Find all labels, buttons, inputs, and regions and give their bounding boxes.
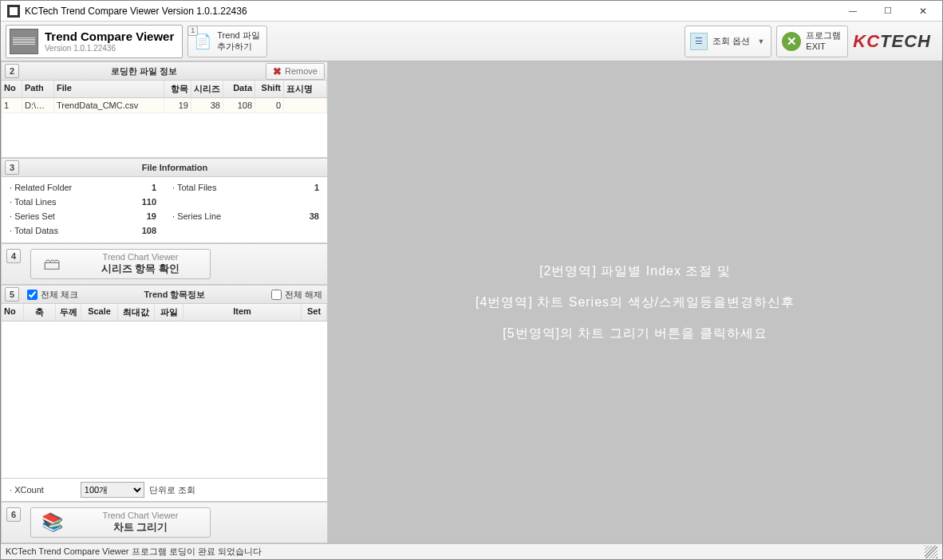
panel2-num: 2 [5,64,19,78]
col5-set[interactable]: Set [302,304,327,321]
draw-chart-label: 차트 그리기 [77,520,203,534]
col-path[interactable]: Path [22,81,54,97]
file-info-panel: Related Folder1 Total Files1 Total Lines… [1,177,328,243]
draw-chart-button[interactable]: 📚 Trend Chart Viewer 차트 그리기 [30,507,211,538]
viewer-label: Trend Chart Viewer [77,252,203,262]
col-data[interactable]: Data [223,81,255,97]
col5-scale[interactable]: Scale [81,304,118,321]
panel3-header: 3 File Information [1,158,328,177]
col5-file[interactable]: 파일 [155,304,183,321]
panel5-title: Trend 항목정보 [83,289,266,301]
related-folder-value: 1 [116,183,156,192]
col5-no[interactable]: No [2,304,24,321]
exit-icon: ✕ [782,32,801,51]
options-label: 조회 옵션 [712,36,750,46]
total-lines-value: 110 [116,197,156,207]
hint-line-3: [5번영역]의 차트 그리기 버튼을 클릭하세요 [503,325,767,342]
col-file[interactable]: File [54,81,164,97]
printer-icon: 🗃 [37,253,66,275]
remove-x-icon: ✖ [273,65,282,77]
col5-item[interactable]: Item [183,304,302,321]
add-trend-file-button[interactable]: 1 📄 Trend 파일 추가하기 [187,26,266,57]
series-check-button[interactable]: 🗃 Trend Chart Viewer 시리즈 항목 확인 [30,249,211,279]
maximize-button[interactable] [870,1,906,21]
hint-line-2: [4번영역] 차트 Series의 색상/스케일등을변경하신후 [475,294,795,311]
trend-items-table: No 축 두께 Scale 최대값 파일 Item Set [1,304,328,479]
xcount-suffix: 단위로 조회 [149,484,195,496]
statusbar: KCTech Trend Compare Viewer 프로그램 로딩이 완료 … [1,543,942,559]
files-table-header: No Path File 항목 시리즈 Data Shift 표시명 [2,81,327,98]
series-set-label: Series Set [10,211,116,221]
total-files-value: 1 [279,183,319,192]
total-datas-value: 108 [116,226,156,235]
total-files-label: Total Files [172,183,279,192]
panel6-box: 6 📚 Trend Chart Viewer 차트 그리기 [1,502,328,543]
chevron-down-icon: ▼ [757,37,764,45]
brand-logo: KCTECH [853,31,937,52]
uncheck-all-checkbox[interactable]: 전체 해제 [266,289,327,301]
sidebar: 2 로딩한 파일 정보 ✖ Remove No Path File 항목 시리즈… [1,61,328,543]
content-area: 2 로딩한 파일 정보 ✖ Remove No Path File 항목 시리즈… [1,61,942,543]
main-chart-area: [2번영역] 파일별 Index 조절 및 [4번영역] 차트 Series의 … [328,61,942,543]
series-line-value: 38 [279,211,319,221]
check-all-input[interactable] [27,290,37,300]
resize-grip-icon[interactable] [925,546,937,558]
options-icon: ☰ [690,33,708,50]
exit-button[interactable]: ✕ 프로그램 EXIT [776,26,848,57]
exit-label: 프로그램 EXIT [806,30,841,51]
main-toolbar: Trend Compare Viewer Version 1.0.1.22436… [1,22,942,61]
view-options-button[interactable]: ☰ 조회 옵션 ▼ [685,26,771,57]
col-no[interactable]: No [2,81,22,97]
panel4-num: 4 [6,249,21,263]
button-index-badge: 1 [187,26,198,36]
xcount-label: XCount [10,485,44,495]
minimize-button[interactable] [835,1,870,21]
col-display[interactable]: 표시명 [284,81,327,97]
total-lines-label: Total Lines [10,197,116,207]
panel2-title: 로딩한 파일 정보 [22,65,266,77]
uncheck-all-input[interactable] [271,290,282,300]
close-button[interactable] [906,1,941,21]
col-series[interactable]: 시리즈 [191,81,223,97]
xcount-row: XCount 100개 단위로 조회 [1,479,328,502]
add-file-label: Trend 파일 추가하기 [217,30,259,51]
related-folder-label: Related Folder [10,183,116,192]
app-title: Trend Compare Viewer [45,30,174,43]
series-line-label: Series Line [172,211,279,221]
loaded-files-table: No Path File 항목 시리즈 Data Shift 표시명 1 D:\… [1,81,328,158]
col-item[interactable]: 항목 [164,81,191,97]
xcount-select[interactable]: 100개 [81,482,144,498]
col5-axis[interactable]: 축 [24,304,56,321]
panel2-header: 2 로딩한 파일 정보 ✖ Remove [1,61,328,81]
window-title: KCTech Trend Compare Viewer Version 1.0.… [25,6,835,17]
col-shift[interactable]: Shift [255,81,284,97]
viewer6-label: Trend Chart Viewer [77,511,203,520]
status-text: KCTech Trend Compare Viewer 프로그램 로딩이 완료 … [6,546,925,558]
total-datas-label: Total Datas [10,226,116,235]
col5-thickness[interactable]: 두께 [56,304,81,321]
hint-line-1: [2번영역] 파일별 Index 조절 및 [539,263,731,280]
series-set-value: 19 [116,211,156,221]
check-all-checkbox[interactable]: 전체 체크 [22,289,83,301]
panel4-box: 4 🗃 Trend Chart Viewer 시리즈 항목 확인 [1,243,328,285]
items-table-header: No 축 두께 Scale 최대값 파일 Item Set [2,304,327,321]
panel3-title: File Information [22,163,327,172]
app-icon [7,5,20,18]
titlebar: KCTech Trend Compare Viewer Version 1.0.… [1,1,942,22]
remove-button[interactable]: ✖ Remove [266,63,325,80]
app-version: Version 1.0.1.22436 [45,44,116,53]
waveform-icon [10,29,38,54]
panel5-num: 5 [5,287,19,302]
files-table-body: 1 D:\… TrendData_CMC.csv 19 38 108 0 [2,98,327,157]
series-check-label: 시리즈 항목 확인 [77,262,203,276]
col5-max[interactable]: 최대값 [118,304,155,321]
app-logo-box: Trend Compare Viewer Version 1.0.1.22436 [6,25,183,58]
panel6-num: 6 [6,507,21,522]
remove-label: Remove [285,66,318,76]
items-table-body [2,321,327,478]
panel3-num: 3 [5,160,19,175]
panel5-header: 5 전체 체크 Trend 항목정보 전체 해제 [1,285,328,304]
table-row[interactable]: 1 D:\… TrendData_CMC.csv 19 38 108 0 [2,98,327,113]
books-icon: 📚 [37,511,66,534]
